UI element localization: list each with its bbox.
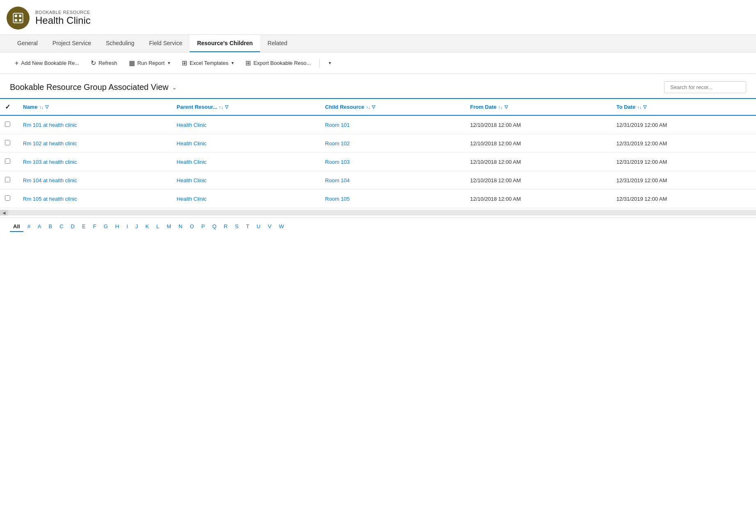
name-filter-icon[interactable]: ▽ [45,104,48,110]
data-table: ✓ Name ↑↓ ▽ Parent Resour... ↑↓ ▽ [0,98,756,208]
tab-general[interactable]: General [10,35,45,52]
row-checkbox-cell[interactable] [0,153,16,171]
row-parent-cell: Health Clinic [170,171,318,190]
pagination-item[interactable]: V [265,222,275,232]
pagination-item[interactable]: F [90,222,100,232]
row-name-link[interactable]: Rm 101 at health clinic [23,122,77,128]
row-checkbox-cell[interactable] [0,115,16,134]
add-icon: + [15,60,18,67]
row-child-link[interactable]: Room 103 [325,159,350,165]
tab-related[interactable]: Related [260,35,295,52]
row-parent-link[interactable]: Health Clinic [176,140,206,147]
pagination-item[interactable]: T [243,222,252,232]
pagination-item[interactable]: W [275,222,287,232]
row-from-date-cell: 12/10/2018 12:00 AM [463,190,609,208]
parent-sort-icon[interactable]: ↑↓ [219,105,223,110]
view-title-button[interactable]: Bookable Resource Group Associated View … [10,83,177,92]
excel-icon: ⊞ [182,59,187,67]
row-checkbox[interactable] [5,140,10,145]
pagination-item[interactable]: K [142,222,152,232]
from-date-column-header[interactable]: From Date ↑↓ ▽ [463,99,609,115]
run-report-button[interactable]: ▦ Run Report ▾ [124,57,175,69]
select-all-checkbox[interactable]: ✓ [5,103,10,110]
row-child-cell: Room 103 [318,153,463,171]
excel-templates-button[interactable]: ⊞ Excel Templates ▾ [177,57,239,69]
pagination-item[interactable]: J [132,222,142,232]
pagination-item[interactable]: N [175,222,186,232]
horizontal-scrollbar[interactable]: ◀ [0,210,756,216]
pagination-item[interactable]: D [68,222,78,232]
row-parent-link[interactable]: Health Clinic [176,122,206,128]
row-parent-link[interactable]: Health Clinic [176,159,206,165]
pagination-item[interactable]: C [56,222,66,232]
to-date-sort-icon[interactable]: ↑↓ [637,105,641,110]
name-sort-icon[interactable]: ↑↓ [39,105,44,110]
svg-rect-3 [19,15,21,17]
row-checkbox-cell[interactable] [0,190,16,208]
pagination-item[interactable]: Q [209,222,220,232]
select-all-column[interactable]: ✓ [0,99,16,115]
row-name-link[interactable]: Rm 102 at health clinic [23,140,77,147]
pagination-item[interactable]: I [123,222,131,232]
pagination-item[interactable]: U [253,222,263,232]
pagination-item[interactable]: # [24,222,34,232]
name-column-header[interactable]: Name ↑↓ ▽ [16,99,170,115]
parent-column-header[interactable]: Parent Resour... ↑↓ ▽ [170,99,318,115]
pagination-item[interactable]: M [163,222,174,232]
pagination-item[interactable]: B [46,222,56,232]
pagination-item[interactable]: P [198,222,208,232]
from-date-filter-icon[interactable]: ▽ [504,104,508,110]
tab-resources-children[interactable]: Resource's Children [190,35,260,52]
row-child-cell: Room 101 [318,115,463,134]
refresh-icon: ↻ [91,59,96,67]
row-name-link[interactable]: Rm 104 at health clinic [23,177,77,183]
tab-project-service[interactable]: Project Service [45,35,99,52]
pagination-item[interactable]: L [153,222,163,232]
row-child-link[interactable]: Room 101 [325,122,350,128]
child-sort-icon[interactable]: ↑↓ [366,105,370,110]
row-child-link[interactable]: Room 105 [325,196,350,202]
table-row: Rm 105 at health clinic Health Clinic Ro… [0,190,756,208]
pagination-item[interactable]: A [34,222,45,232]
tab-scheduling[interactable]: Scheduling [99,35,142,52]
row-checkbox-cell[interactable] [0,171,16,190]
run-report-icon: ▦ [129,59,135,67]
tab-field-service[interactable]: Field Service [142,35,190,52]
child-column-header[interactable]: Child Resource ↑↓ ▽ [318,99,463,115]
row-checkbox[interactable] [5,195,10,201]
pagination-item[interactable]: H [112,222,122,232]
more-button[interactable]: ▾ [323,58,336,68]
pagination-item[interactable]: O [186,222,197,232]
row-parent-link[interactable]: Health Clinic [176,177,206,183]
row-to-date-cell: 12/31/2019 12:00 AM [610,171,756,190]
row-checkbox-cell[interactable] [0,134,16,153]
to-date-filter-icon[interactable]: ▽ [643,104,646,110]
scroll-left-arrow[interactable]: ◀ [0,210,8,216]
child-filter-icon[interactable]: ▽ [372,104,375,110]
row-checkbox[interactable] [5,177,10,182]
header-title: Health Clinic [35,15,91,26]
add-new-button[interactable]: + Add New Bookable Re... [10,57,84,69]
pagination-item[interactable]: S [232,222,242,232]
refresh-button[interactable]: ↻ Refresh [86,57,122,69]
row-checkbox[interactable] [5,158,10,164]
row-parent-cell: Health Clinic [170,153,318,171]
pagination-item[interactable]: E [79,222,89,232]
row-child-cell: Room 105 [318,190,463,208]
row-checkbox[interactable] [5,122,10,127]
table-wrapper: ✓ Name ↑↓ ▽ Parent Resour... ↑↓ ▽ [0,98,756,208]
page-header: BOOKABLE RESOURCE Health Clinic [0,0,756,35]
export-button[interactable]: ⊞ Export Bookable Reso... [241,57,316,69]
row-child-link[interactable]: Room 104 [325,177,350,183]
pagination-item[interactable]: R [220,222,231,232]
pagination-item[interactable]: G [101,222,111,232]
from-date-sort-icon[interactable]: ↑↓ [498,105,503,110]
row-parent-link[interactable]: Health Clinic [176,196,206,202]
pagination-item[interactable]: All [10,222,23,232]
row-name-link[interactable]: Rm 103 at health clinic [23,159,77,165]
search-input[interactable] [664,81,746,93]
row-name-link[interactable]: Rm 105 at health clinic [23,196,77,202]
to-date-column-header[interactable]: To Date ↑↓ ▽ [610,99,756,115]
parent-filter-icon[interactable]: ▽ [225,104,228,110]
row-child-link[interactable]: Room 102 [325,140,350,147]
